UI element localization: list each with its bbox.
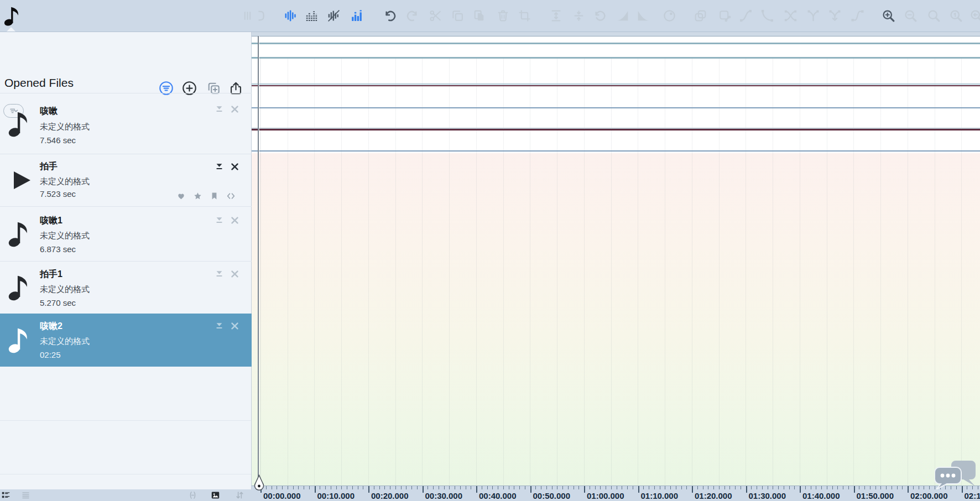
duplicate-layers-button[interactable] xyxy=(693,8,707,23)
ruler-minor-tick xyxy=(649,486,649,489)
close-icon[interactable] xyxy=(230,105,239,114)
play-icon[interactable] xyxy=(8,167,34,194)
zoom-selection-button[interactable] xyxy=(926,8,941,23)
ruler-major-tick xyxy=(854,486,855,493)
copy-button[interactable] xyxy=(450,8,465,23)
ruler-minor-tick xyxy=(552,486,552,489)
chat-feedback-icon[interactable] xyxy=(935,461,976,489)
ruler-minor-tick xyxy=(358,486,358,489)
shrink-vertical-button[interactable] xyxy=(571,8,586,23)
fade-in-button[interactable] xyxy=(615,8,629,23)
delete-button[interactable] xyxy=(496,8,510,23)
ruler-minor-tick xyxy=(379,486,380,489)
waveform-disabled-view-button[interactable] xyxy=(326,8,341,23)
collapse-panel-icon[interactable] xyxy=(254,8,268,23)
menu-lines-icon[interactable] xyxy=(21,490,30,500)
undo-button[interactable] xyxy=(383,8,397,23)
download-icon[interactable] xyxy=(215,105,224,114)
ruler-minor-tick xyxy=(498,486,498,489)
close-icon[interactable] xyxy=(230,269,239,279)
track-line xyxy=(252,57,980,59)
ruler-time-label: 02:1 xyxy=(965,491,980,500)
favorite-icon[interactable] xyxy=(176,191,186,201)
bracket-dash-icon[interactable] xyxy=(188,490,197,500)
bookmark-icon[interactable] xyxy=(210,191,219,201)
file-item-selected[interactable]: 咳嗽2 未定义的格式 02:25 xyxy=(0,314,252,367)
ruler-minor-tick xyxy=(843,486,843,489)
quick-actions xyxy=(176,191,236,201)
ruler-minor-tick xyxy=(600,486,601,489)
ruler-minor-tick xyxy=(266,486,267,489)
file-name: 拍手 xyxy=(40,161,58,173)
slope-button[interactable] xyxy=(850,8,864,23)
ruler-major-tick xyxy=(692,486,693,493)
close-icon[interactable] xyxy=(230,321,239,331)
ruler-time-label: 00:10.000 xyxy=(317,491,355,500)
curve-down-button[interactable] xyxy=(760,8,774,23)
music-note-icon xyxy=(4,272,37,304)
list-detail-icon[interactable] xyxy=(1,490,11,500)
ruler-major-tick xyxy=(746,486,747,493)
image-icon[interactable] xyxy=(211,490,220,500)
ruler-minor-tick xyxy=(578,486,579,489)
ruler-minor-tick xyxy=(875,486,876,489)
ruler-minor-tick xyxy=(811,486,811,489)
sort-updown-icon[interactable] xyxy=(235,490,244,500)
ruler-minor-tick xyxy=(821,486,822,489)
close-icon[interactable] xyxy=(230,216,239,225)
file-name: 咳嗽1 xyxy=(40,215,62,227)
gain-knob-button[interactable] xyxy=(662,8,676,23)
ruler-minor-tick xyxy=(924,486,924,489)
zoom-back-button[interactable] xyxy=(969,8,980,23)
paste-button[interactable] xyxy=(472,8,486,23)
ruler-minor-tick xyxy=(611,486,612,489)
split-button[interactable] xyxy=(806,8,820,23)
ruler-time-label: 01:20.000 xyxy=(695,491,732,500)
spectrogram-view-button[interactable] xyxy=(304,8,319,23)
loop-button[interactable] xyxy=(593,8,607,23)
merge-button[interactable] xyxy=(827,8,842,23)
file-duration: 5.270 sec xyxy=(40,298,76,307)
file-item[interactable]: 咳嗽 未定义的格式 7.546 sec xyxy=(0,93,252,154)
fade-out-button[interactable] xyxy=(636,8,650,23)
file-item[interactable]: 拍手1 未定义的格式 5.270 sec xyxy=(0,261,252,314)
crossfade-button[interactable] xyxy=(783,8,797,23)
file-format: 未定义的格式 xyxy=(40,176,90,187)
download-icon[interactable] xyxy=(215,321,224,331)
playhead-line[interactable] xyxy=(258,36,259,486)
timeline-ruler[interactable]: 00:00.00000:10.00000:20.00000:30.00000:4… xyxy=(252,486,980,501)
download-icon[interactable] xyxy=(215,162,224,171)
crop-button[interactable] xyxy=(517,8,531,23)
ruler-minor-tick xyxy=(471,486,471,489)
waveform-area[interactable]: ST中文论坛 xyxy=(252,32,980,486)
clip-cut-button[interactable] xyxy=(717,8,732,23)
ruler-minor-tick xyxy=(697,486,698,489)
ruler-minor-tick xyxy=(681,486,682,489)
ruler-minor-tick xyxy=(325,486,326,489)
code-icon[interactable] xyxy=(226,191,236,201)
redo-button[interactable] xyxy=(405,8,419,23)
level-meter-view-button[interactable] xyxy=(350,8,364,23)
ruler-minor-tick xyxy=(633,486,633,489)
ruler-major-tick xyxy=(368,486,369,493)
star-icon[interactable] xyxy=(193,191,202,201)
playhead-pin-icon[interactable] xyxy=(254,474,264,497)
close-icon[interactable] xyxy=(230,162,239,171)
zoom-out-button[interactable] xyxy=(903,8,918,23)
ruler-major-tick xyxy=(908,486,909,493)
zoom-in-button[interactable] xyxy=(881,8,895,23)
zoom-one-button[interactable] xyxy=(948,8,963,23)
sidebar-footer-bar xyxy=(0,489,252,501)
ruler-minor-tick xyxy=(870,486,870,489)
app-logo-music-note-icon xyxy=(1,2,25,30)
download-icon[interactable] xyxy=(215,216,224,225)
file-item-playing[interactable]: 拍手 未定义的格式 7.523 sec xyxy=(0,154,252,206)
ruler-minor-tick xyxy=(859,486,859,489)
file-item[interactable]: 咳嗽1 未定义的格式 6.873 sec xyxy=(0,206,252,261)
download-icon[interactable] xyxy=(215,269,224,279)
ruler-minor-tick xyxy=(617,486,617,489)
curve-up-button[interactable] xyxy=(738,8,753,23)
waveform-view-button[interactable] xyxy=(283,8,298,23)
expand-vertical-button[interactable] xyxy=(549,8,563,23)
cut-button[interactable] xyxy=(428,8,442,23)
